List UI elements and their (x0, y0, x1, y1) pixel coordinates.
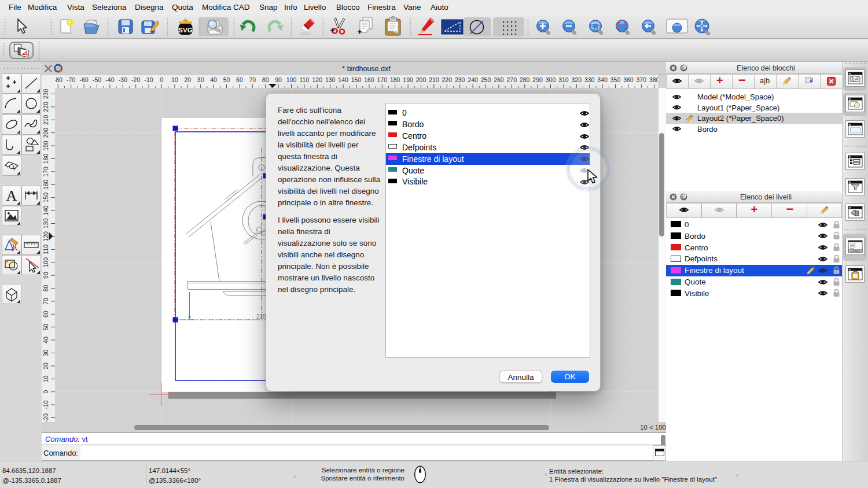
svg-text:320: 320 (572, 76, 582, 83)
svg-text:70: 70 (249, 76, 256, 83)
svg-text:-40: -40 (105, 76, 114, 83)
svg-text:280: 280 (520, 76, 530, 83)
svg-text:150: 150 (351, 76, 362, 83)
svg-text:30: 30 (42, 350, 49, 357)
svg-text:140: 140 (338, 76, 348, 83)
svg-text:260: 260 (494, 76, 504, 83)
svg-text:0: 0 (42, 390, 49, 394)
svg-text:190: 190 (403, 76, 413, 83)
svg-text:350: 350 (610, 76, 621, 83)
svg-text:220: 220 (442, 76, 453, 83)
svg-text:370: 370 (637, 76, 647, 83)
svg-text:110: 110 (42, 245, 49, 254)
svg-text:-60: -60 (80, 76, 89, 83)
svg-text:10: 10 (171, 76, 178, 83)
svg-text:190: 190 (42, 141, 49, 151)
svg-text:80: 80 (262, 76, 269, 83)
svg-text:170: 170 (377, 76, 388, 83)
svg-text:70: 70 (42, 298, 49, 305)
svg-text:230: 230 (42, 89, 49, 99)
svg-text:50: 50 (223, 76, 230, 83)
svg-text:-20: -20 (42, 413, 49, 422)
svg-text:130: 130 (325, 76, 336, 83)
svg-text:300: 300 (546, 76, 556, 83)
svg-text:-10: -10 (145, 76, 153, 83)
svg-text:100: 100 (42, 257, 49, 268)
svg-text:30: 30 (197, 76, 204, 83)
svg-text:50: 50 (42, 324, 49, 331)
svg-text:340: 340 (597, 76, 608, 83)
svg-text:60: 60 (236, 76, 243, 83)
svg-text:A: A (6, 188, 17, 204)
svg-text:140: 140 (42, 205, 49, 216)
svg-text:180: 180 (42, 154, 49, 164)
svg-text:40: 40 (42, 337, 49, 343)
svg-text:180: 180 (390, 76, 400, 83)
svg-text:-50: -50 (93, 76, 101, 83)
svg-text:0: 0 (160, 76, 164, 83)
svg-text:170: 170 (42, 167, 49, 177)
svg-text:60: 60 (42, 310, 49, 317)
svg-text:200: 200 (42, 128, 49, 138)
svg-text:230: 230 (455, 76, 465, 83)
svg-text:360: 360 (623, 76, 634, 83)
svg-text:310: 310 (558, 76, 569, 83)
svg-text:100: 100 (286, 76, 297, 83)
svg-text:80: 80 (42, 285, 49, 292)
svg-text:-10: -10 (42, 400, 49, 409)
svg-text:240: 240 (468, 76, 478, 83)
svg-text:130: 130 (42, 219, 49, 229)
svg-text:290: 290 (532, 76, 543, 83)
svg-text:-80: -80 (55, 76, 62, 83)
svg-text:10: 10 (42, 375, 49, 382)
svg-text:40: 40 (210, 76, 217, 83)
svg-text:120: 120 (312, 76, 323, 83)
svg-text:20: 20 (184, 76, 191, 83)
svg-text:250: 250 (481, 76, 491, 83)
svg-text:200: 200 (416, 76, 426, 83)
svg-text:-20: -20 (131, 76, 140, 83)
svg-text:90: 90 (42, 272, 49, 279)
svg-text:120: 120 (42, 231, 49, 242)
svg-text:330: 330 (584, 76, 595, 83)
svg-text:command: command (851, 250, 859, 252)
svg-text:160: 160 (364, 76, 374, 83)
svg-text:210: 210 (429, 76, 439, 83)
svg-text:20: 20 (42, 363, 49, 369)
svg-text:SVG: SVG (178, 27, 192, 34)
svg-text:110: 110 (300, 76, 310, 83)
svg-text:160: 160 (42, 179, 49, 190)
svg-text:-70: -70 (67, 76, 75, 83)
svg-text:220: 220 (42, 102, 49, 112)
svg-text:150: 150 (42, 193, 49, 203)
svg-text:-30: -30 (119, 76, 127, 83)
svg-text:380: 380 (649, 76, 658, 83)
svg-text:270: 270 (507, 76, 517, 83)
svg-text:210: 210 (42, 114, 49, 125)
svg-text:90: 90 (275, 76, 282, 83)
